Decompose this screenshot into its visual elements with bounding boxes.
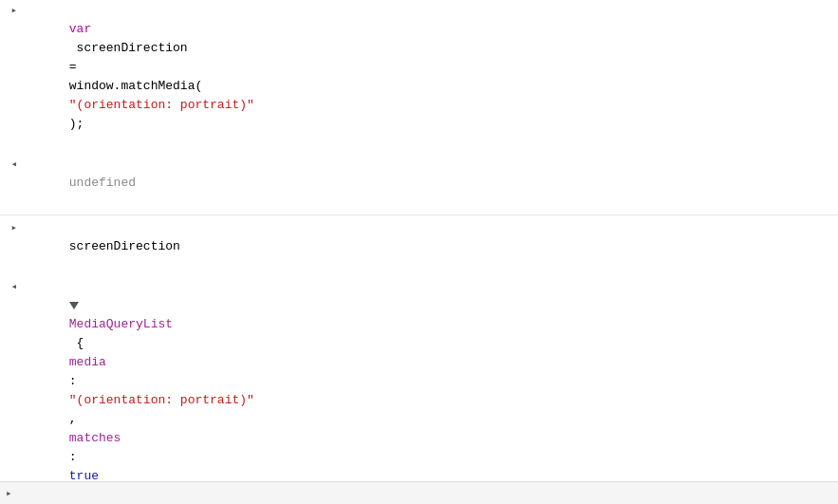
right-arrow-icon-3: ▸ [10,218,17,237]
gutter-arrow-left-4: ◂ [0,277,21,296]
code-equals: = [69,60,84,74]
expand-icon[interactable] [69,302,79,309]
keyword-var: var [69,22,91,36]
line-content: var screenDirection = window.matchMedia(… [21,1,838,153]
class-name: MediaQueryList [69,317,173,331]
right-arrow-icon: ▸ [10,1,17,20]
screen-direction-label: screenDirection [69,239,180,253]
left-arrow-icon-4: ◂ [10,277,17,296]
console-line-4: ◂ MediaQueryList { media : "(orientation… [0,276,838,504]
colon: : [69,374,84,388]
separator-line [0,215,838,215]
console-line-2: ◂ undefined [0,154,838,213]
prop-media-key: media [69,355,106,369]
comma1: , [69,412,84,426]
media-value: "(orientation: portrait)" [69,393,254,407]
brace-open: { [69,336,84,350]
gutter-arrow-right-3: ▸ [0,218,21,237]
gutter-arrow-right: ▸ [0,1,21,20]
console-line: ▸ var screenDirection = window.matchMedi… [0,0,838,154]
code-text: screenDirection [69,41,196,55]
line-content-3: screenDirection [21,218,838,275]
console-line-3: ▸ screenDirection [0,217,838,276]
gutter-arrow-left: ◂ [0,155,21,174]
left-arrow-icon: ◂ [10,155,17,174]
console-container: ▸ var screenDirection = window.matchMedi… [0,0,838,504]
prop-matches-key: matches [69,431,121,445]
undefined-value: undefined [69,176,136,190]
bottom-prompt[interactable]: ▸ [0,481,838,504]
line-content-2: undefined [21,155,838,212]
code-window: window.matchMedia( [69,79,202,93]
colon2: : [69,450,84,464]
code-paren: ); [69,117,84,131]
code-string: "(orientation: portrait)" [69,98,254,112]
prompt-arrow-icon: ▸ [6,487,12,499]
line-content-4: MediaQueryList { media : "(orientation: … [21,277,838,504]
